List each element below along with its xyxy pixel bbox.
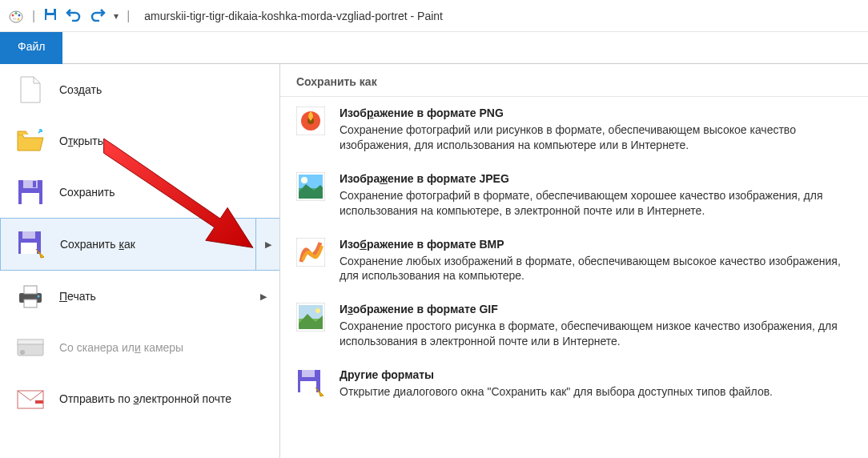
ribbon-tabs: Файл [0, 32, 868, 64]
menu-email[interactable]: Отправить по электронной почте [0, 373, 279, 424]
menu-print-label: Печать [59, 290, 96, 303]
png-title: Изображение в формате PNG [340, 106, 852, 119]
quick-access-toolbar: ▾ [43, 7, 119, 25]
svg-rect-17 [24, 286, 37, 294]
svg-rect-15 [21, 243, 37, 254]
qat-dropdown-icon[interactable]: ▾ [114, 10, 119, 22]
svg-point-19 [38, 295, 40, 298]
paint-app-icon [8, 8, 24, 24]
svg-point-1 [12, 14, 14, 16]
qat-separator-2: | [127, 9, 130, 23]
menu-save[interactable]: Сохранить [0, 167, 279, 218]
svg-rect-7 [47, 9, 54, 13]
ribbon-empty [62, 32, 868, 64]
file-tab[interactable]: Файл [0, 32, 62, 64]
new-file-icon [16, 75, 45, 104]
svg-rect-38 [302, 370, 315, 377]
png-icon [296, 106, 325, 135]
scanner-icon [16, 333, 45, 362]
svg-point-31 [301, 177, 307, 183]
jpeg-desc: Сохранение фотографий в формате, обеспеч… [340, 188, 852, 219]
menu-print[interactable]: Печать ▶ [0, 271, 279, 322]
svg-rect-24 [35, 400, 43, 404]
svg-point-36 [315, 308, 320, 313]
svg-rect-8 [46, 15, 54, 20]
save-icon[interactable] [43, 7, 58, 25]
svg-rect-21 [18, 339, 43, 344]
jpeg-icon [296, 172, 325, 201]
menu-scanner: Со сканера или камеры [0, 322, 279, 373]
png-desc: Сохранение фотографий или рисунков в фор… [340, 123, 852, 153]
menu-save-as[interactable]: Сохранить как ▶ [0, 218, 279, 271]
chevron-right-icon[interactable]: ▶ [255, 219, 279, 270]
jpeg-title: Изображение в формате JPEG [340, 172, 852, 185]
save-as-submenu: Сохранить как Изображение в формате PNG … [280, 64, 868, 458]
other-desc: Открытие диалогового окна "Сохранить как… [340, 384, 852, 400]
save-as-gif[interactable]: Изображение в формате GIF Сохранение про… [280, 293, 868, 359]
bmp-title: Изображение в формате BMP [340, 238, 852, 251]
svg-rect-14 [22, 231, 35, 239]
menu-open-label: Открыть [59, 135, 103, 147]
submenu-header: Сохранить как [280, 64, 868, 97]
save-as-other[interactable]: Другие форматы Открытие диалогового окна… [280, 359, 868, 409]
menu-new[interactable]: Создать [0, 64, 279, 115]
menu-save-as-label: Сохранить как [60, 238, 135, 251]
undo-icon[interactable] [66, 7, 82, 25]
menu-scanner-label: Со сканера или камеры [59, 341, 183, 354]
svg-rect-39 [300, 381, 316, 392]
menu-open[interactable]: Открыть [0, 115, 279, 167]
printer-icon [16, 282, 45, 311]
other-title: Другие форматы [340, 368, 852, 381]
qat-separator: | [32, 9, 35, 23]
file-menu-panel: Создать Открыть Сохранить Сохранить как … [0, 64, 868, 458]
svg-point-22 [20, 350, 25, 355]
save-as-png[interactable]: Изображение в формате PNG Сохранение фот… [280, 97, 868, 163]
svg-rect-12 [33, 181, 36, 187]
svg-rect-11 [22, 193, 39, 204]
redo-icon[interactable] [90, 7, 106, 25]
menu-save-label: Сохранить [59, 186, 115, 199]
save-as-bmp[interactable]: Изображение в формате BMP Сохранение люб… [280, 228, 868, 294]
open-folder-icon [16, 127, 45, 155]
chevron-right-icon: ▶ [260, 291, 267, 302]
bmp-desc: Сохранение любых изображений в формате, … [340, 254, 852, 284]
menu-email-label: Отправить по электронной почте [59, 392, 231, 405]
other-formats-icon [296, 368, 325, 397]
svg-point-5 [13, 17, 16, 19]
svg-point-3 [18, 14, 21, 16]
gif-icon [296, 303, 325, 331]
bmp-icon [296, 238, 325, 267]
menu-new-label: Создать [59, 83, 102, 96]
svg-point-2 [15, 12, 18, 14]
save-as-jpeg[interactable]: Изображение в формате JPEG Сохранение фо… [280, 163, 868, 228]
save-as-icon [17, 230, 46, 259]
file-menu: Создать Открыть Сохранить Сохранить как … [0, 64, 280, 458]
title-bar: | ▾ | amurskii-tigr-tigr-dikaia-koshka-m… [0, 0, 868, 32]
gif-desc: Сохранение простого рисунка в формате, о… [340, 319, 852, 349]
window-title: amurskii-tigr-tigr-dikaia-koshka-morda-v… [144, 10, 443, 22]
save-floppy-icon [16, 178, 45, 207]
svg-point-4 [18, 18, 20, 20]
gif-title: Изображение в формате GIF [340, 303, 852, 315]
email-icon [16, 384, 45, 413]
svg-rect-18 [24, 299, 37, 307]
